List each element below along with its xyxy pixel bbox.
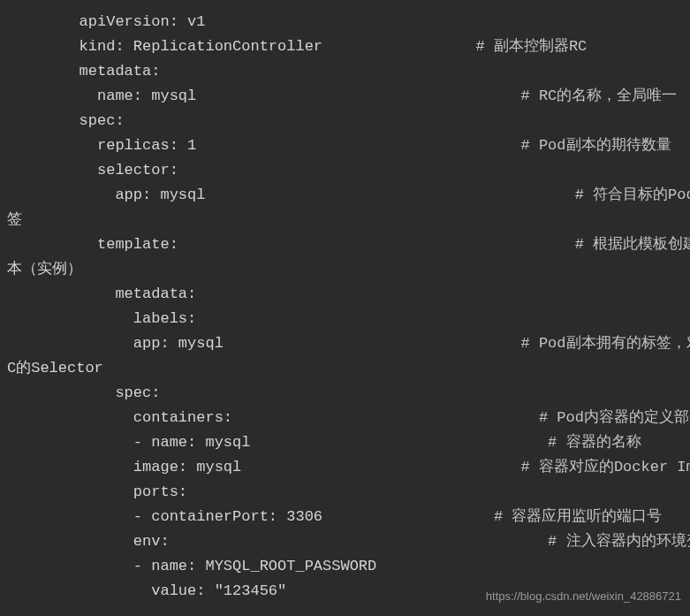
code-text: value: "123456" [7, 579, 286, 604]
code-line: env: # 注入容器内的环境变量 [7, 529, 690, 554]
code-comment: # 容器对应的Docker Image [521, 455, 691, 480]
code-line: metadata: [7, 59, 690, 84]
code-text: containers: [7, 406, 539, 430]
code-comment: # 容器应用监听的端口号 [494, 505, 662, 529]
code-line: image: mysql # 容器对应的Docker Image [7, 455, 690, 480]
code-line: template: # 根据此模板创建Pod的副 [7, 232, 690, 257]
code-text: app: mysql [7, 331, 521, 356]
code-text: spec: [7, 381, 160, 406]
code-text: metadata: [7, 59, 160, 84]
code-text: labels: [7, 307, 196, 331]
code-line: 签 [7, 208, 690, 232]
code-text: - name: mysql [7, 430, 548, 455]
code-line: C的Selector [7, 356, 690, 381]
code-line: name: mysql # RC的名称，全局唯一 [7, 84, 690, 109]
code-text: ports: [7, 480, 187, 505]
yaml-code-block: apiVersion: v1 kind: ReplicationControll… [0, 10, 690, 604]
code-line: - containerPort: 3306 # 容器应用监听的端口号 [7, 505, 690, 529]
code-text: - name: MYSQL_ROOT_PASSWORD [7, 554, 376, 579]
code-comment: # 注入容器内的环境变量 [548, 529, 690, 554]
code-text: template: [7, 232, 575, 257]
code-line: app: mysql # 符合目标的Pod拥有此标 [7, 183, 690, 208]
code-comment: # 符合目标的Pod拥有此标 [575, 183, 690, 208]
code-text: name: mysql [7, 84, 521, 109]
code-comment: # Pod内容器的定义部分 [539, 406, 690, 430]
code-line: replicas: 1 # Pod副本的期待数量 [7, 133, 690, 158]
code-text: spec: [7, 109, 125, 133]
code-line: apiVersion: v1 [7, 10, 690, 34]
code-comment: # Pod副本的期待数量 [521, 133, 671, 158]
code-text: env: [7, 529, 548, 554]
code-text: app: mysql [7, 183, 575, 208]
code-line: spec: [7, 109, 690, 133]
code-line: kind: ReplicationController # 副本控制器RC [7, 34, 690, 59]
code-line: containers: # Pod内容器的定义部分 [7, 406, 690, 430]
code-line: metadata: [7, 282, 690, 307]
code-line: labels: [7, 307, 690, 331]
code-text: C的Selector [7, 356, 103, 381]
code-line: ports: [7, 480, 690, 505]
code-line: - name: MYSQL_ROOT_PASSWORD [7, 554, 690, 579]
watermark-text: https://blog.csdn.net/weixin_42886721 [486, 584, 681, 609]
code-line: app: mysql # Pod副本拥有的标签，对应R [7, 331, 690, 356]
code-text: selector: [7, 158, 178, 183]
code-text: 签 [7, 208, 22, 232]
code-comment: # Pod副本拥有的标签，对应R [521, 331, 691, 356]
code-line: 本（实例） [7, 257, 690, 282]
code-line: selector: [7, 158, 690, 183]
code-text: metadata: [7, 282, 196, 307]
code-comment: # 容器的名称 [548, 430, 641, 455]
code-text: image: mysql [7, 455, 521, 480]
code-line: - name: mysql # 容器的名称 [7, 430, 690, 455]
code-text: apiVersion: v1 [7, 10, 205, 34]
code-text: - containerPort: 3306 [7, 505, 494, 529]
code-comment: # 副本控制器RC [476, 34, 588, 59]
code-comment: # 根据此模板创建Pod的副 [575, 232, 690, 257]
code-text: kind: ReplicationController [7, 34, 476, 59]
code-line: spec: [7, 381, 690, 406]
code-text: replicas: 1 [7, 133, 521, 158]
code-comment: # RC的名称，全局唯一 [521, 84, 678, 109]
code-text: 本（实例） [7, 257, 82, 282]
